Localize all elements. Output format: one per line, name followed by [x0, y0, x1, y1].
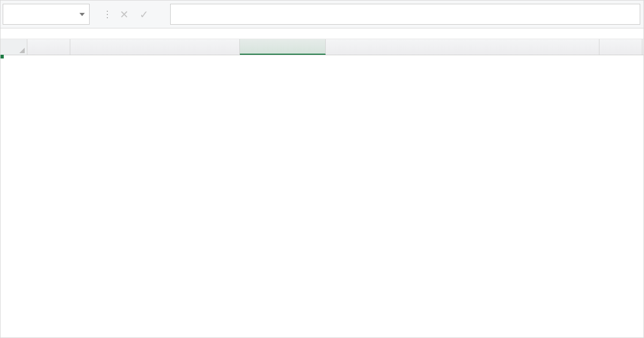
select-all-corner[interactable] — [1, 39, 27, 55]
col-header-extra[interactable] — [599, 39, 642, 55]
col-header-B[interactable] — [70, 39, 240, 55]
name-box-dropdown-icon[interactable] — [79, 13, 85, 16]
formula-bar: ✕ ✓ — [1, 1, 643, 28]
cell-selection — [1, 55, 3, 57]
col-header-C[interactable] — [240, 39, 326, 55]
col-header-D[interactable] — [326, 39, 599, 55]
column-headers — [1, 39, 643, 55]
enter-icon[interactable]: ✓ — [140, 8, 149, 21]
ribbon-gap — [1, 28, 643, 39]
excel-window: ✕ ✓ — [0, 0, 644, 338]
sheet-grid[interactable] — [1, 39, 643, 55]
formula-bar-controls: ✕ ✓ — [90, 1, 170, 28]
col-header-A[interactable] — [27, 39, 70, 55]
fill-handle[interactable] — [0, 55, 4, 58]
grip-icon — [106, 14, 109, 15]
formula-input[interactable] — [170, 4, 640, 25]
name-box[interactable] — [3, 4, 90, 25]
cancel-icon[interactable]: ✕ — [120, 8, 129, 21]
